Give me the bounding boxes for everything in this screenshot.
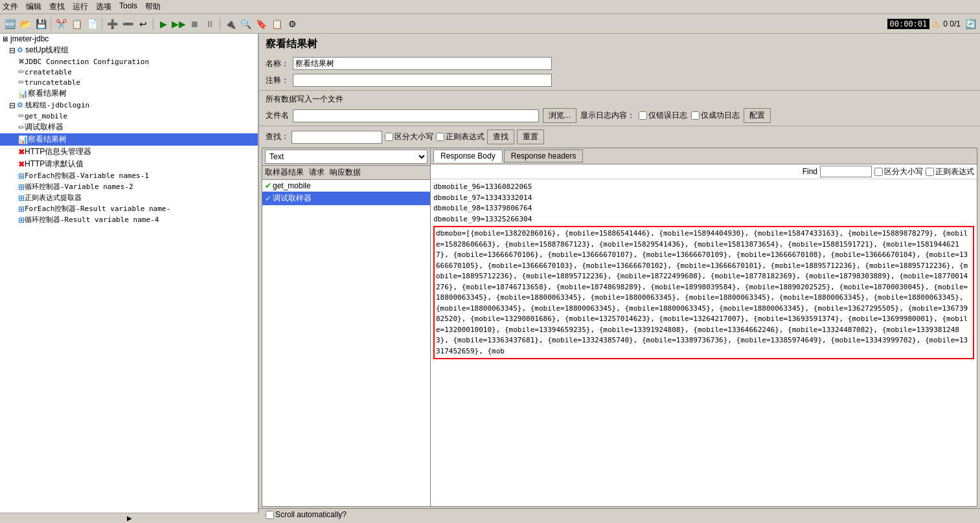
run-all-btn[interactable]: ▶▶ — [172, 17, 186, 31]
stop-btn[interactable]: ⏹ — [187, 17, 201, 31]
menu-find[interactable]: 查找 — [49, 1, 65, 12]
run-btn[interactable]: ▶ — [156, 17, 170, 31]
sep4 — [220, 17, 220, 30]
find-button[interactable]: 查找 — [487, 129, 514, 144]
tree-item-label: 循环控制器-Result variable name-4 — [25, 215, 159, 225]
menu-help[interactable]: 帮助 — [145, 1, 161, 12]
cut-btn[interactable]: ✂️ — [54, 17, 68, 31]
menu-edit[interactable]: 编辑 — [26, 1, 41, 12]
results-panel: Response Body Response headers Find 区分大小… — [431, 148, 977, 506]
menu-run[interactable]: 运行 — [73, 1, 88, 12]
tab-response-headers[interactable]: Response headers — [504, 150, 584, 162]
refresh-btn[interactable]: 🔄 — [963, 17, 977, 31]
sample-tree-header: Text — [262, 148, 430, 166]
thread-icon: ⚙ — [17, 101, 23, 109]
browse-button[interactable]: 浏览... — [543, 108, 576, 123]
sample-item-getmobile[interactable]: ✔ get_mobile — [262, 180, 430, 192]
filename-input[interactable] — [293, 109, 539, 122]
find-label: Find — [803, 167, 817, 176]
response-content[interactable]: dbmobile_96=13360822065 dbmobile_97=1334… — [431, 179, 977, 506]
tree-item-httpdefault[interactable]: ✖ HTTP请求默认值 — [0, 158, 258, 170]
file-log-row: 文件名 浏览... 显示日志内容： 仅错误日志 仅成功日志 配置 — [259, 107, 980, 124]
root-icon: 🖥 — [1, 35, 8, 43]
tree-item-regex1[interactable]: ⊞ 正则表达式提取器 — [0, 192, 258, 203]
tab-sampler-result[interactable]: 取样器结果 — [265, 167, 304, 178]
menu-file[interactable]: 文件 — [3, 1, 18, 12]
text-dropdown[interactable]: Text — [265, 150, 427, 164]
tree-item-loop2[interactable]: ⊞ 循环控制器-Result variable name-4 — [0, 214, 258, 225]
tree-item-httpheader[interactable]: ✖ HTTP信息头管理器 — [0, 146, 258, 158]
open-btn[interactable]: 📂 — [18, 17, 32, 31]
case-sensitive-checkbox[interactable] — [385, 133, 393, 141]
settings-btn[interactable]: ⚙ — [285, 17, 299, 31]
template-btn[interactable]: 📋 — [269, 17, 284, 31]
error-log-checkbox[interactable] — [639, 111, 647, 120]
bookmark-btn[interactable]: 🔖 — [254, 17, 268, 31]
tab-response-body[interactable]: Response Body — [433, 150, 503, 162]
tree-item-loop1[interactable]: ⊞ 循环控制器-Variable names-2 — [0, 181, 258, 192]
new-btn[interactable]: 🆕 — [3, 17, 17, 31]
tree-item-result1[interactable]: 📊 察看结果树 — [0, 87, 258, 100]
tree-item-label: jmeter-jdbc — [10, 34, 49, 43]
undo-btn[interactable]: ↩ — [136, 17, 150, 31]
tree-item-label: 察看结果树 — [28, 88, 67, 99]
tree-item-foreach1[interactable]: ⊞ ForEach控制器-Variable names-1 — [0, 170, 258, 181]
save-btn[interactable]: 💾 — [34, 17, 48, 31]
search-btn[interactable]: 🔍 — [238, 17, 253, 31]
timer-display: 00:00:01 — [887, 19, 930, 29]
sample-label2: 调试取样器 — [273, 193, 312, 204]
comment-input[interactable] — [293, 74, 552, 87]
warning-icon: ⚠ — [932, 19, 940, 29]
case-sensitive-label: 区分大小写 — [385, 131, 433, 142]
results-tabs: 取样器结果 请求 响应数据 — [262, 166, 430, 180]
menu-options[interactable]: 选项 — [96, 1, 111, 12]
tree-item-truncatetable[interactable]: ✏ truncatetable — [0, 77, 258, 87]
comment-label: 注释： — [266, 75, 289, 86]
resize-handle[interactable]: ▶ — [0, 513, 259, 520]
response-line-2: dbmobile_97=13343332014 — [433, 193, 974, 204]
find-case-checkbox[interactable] — [874, 168, 883, 176]
tree-item-label: truncatetable — [25, 78, 80, 87]
config-button[interactable]: 配置 — [744, 108, 771, 123]
find-row: Find 区分大小写 正则表达式 — [431, 164, 977, 179]
pause-btn[interactable]: ⏸ — [203, 17, 217, 31]
tab-response-data[interactable]: 响应数据 — [330, 167, 361, 178]
tree-item-createtable[interactable]: ✏ createtable — [0, 67, 258, 77]
find-input[interactable] — [820, 166, 872, 177]
remote-btn[interactable]: 🔌 — [223, 17, 237, 31]
find-regex-checkbox[interactable] — [926, 168, 934, 176]
tree-item-debugsampler[interactable]: ✏ 调试取样器 — [0, 121, 258, 133]
paste-btn[interactable]: 📄 — [85, 17, 99, 31]
tree-item-getmobile[interactable]: ✏ get_mobile — [0, 111, 258, 121]
find-regex-label: 正则表达式 — [926, 166, 974, 177]
copy-btn[interactable]: 📋 — [69, 17, 84, 31]
name-input[interactable] — [293, 57, 552, 70]
divider1 — [259, 90, 980, 91]
tree-item-jdbc[interactable]: ✖ JDBC Connection Configuration — [0, 56, 258, 67]
tree-item-label: ForEach控制器-Result variable name- — [25, 204, 170, 214]
menu-tools[interactable]: Tools — [119, 1, 137, 12]
add-btn[interactable]: ➕ — [105, 17, 119, 31]
reset-button[interactable]: 重置 — [517, 129, 544, 144]
highlighted-content: dbmobo=[{mobile=13820286016}, {mobile=15… — [433, 226, 974, 359]
scroll-auto-checkbox[interactable] — [266, 511, 274, 519]
tab-request[interactable]: 请求 — [309, 167, 325, 178]
panel-title: 察看结果树 — [259, 34, 980, 55]
tree-item-label: get_mobile — [25, 112, 67, 120]
search-input[interactable] — [291, 131, 382, 144]
tree-item-label: 调试取样器 — [25, 122, 63, 133]
counter-display: 0 0/1 — [943, 19, 961, 28]
tree-item-threadgroup[interactable]: ⊟ ⚙ 线程组-jdbclogin — [0, 100, 258, 111]
response-tabs: Response Body Response headers — [431, 148, 977, 164]
success-log-checkbox[interactable] — [691, 111, 700, 120]
tree-item-setup[interactable]: ⊟ ⚙ setUp线程组 — [0, 44, 258, 56]
regex-checkbox[interactable] — [436, 133, 444, 141]
name-row: 名称： document.querySelector('[data-name="… — [259, 55, 980, 72]
tree-item-foreach2[interactable]: ⊞ ForEach控制器-Result variable name- — [0, 203, 258, 214]
tree-item-result2[interactable]: 📊 察看结果树 — [0, 133, 258, 146]
tree-item-root[interactable]: 🖥 jmeter-jdbc — [0, 34, 258, 44]
sample-item-debugsampler[interactable]: ✔ 调试取样器 — [262, 192, 430, 205]
response-line-1: dbmobile_96=13360822065 — [433, 182, 974, 193]
remove-btn[interactable]: ➖ — [120, 17, 135, 31]
divider2 — [259, 126, 980, 126]
